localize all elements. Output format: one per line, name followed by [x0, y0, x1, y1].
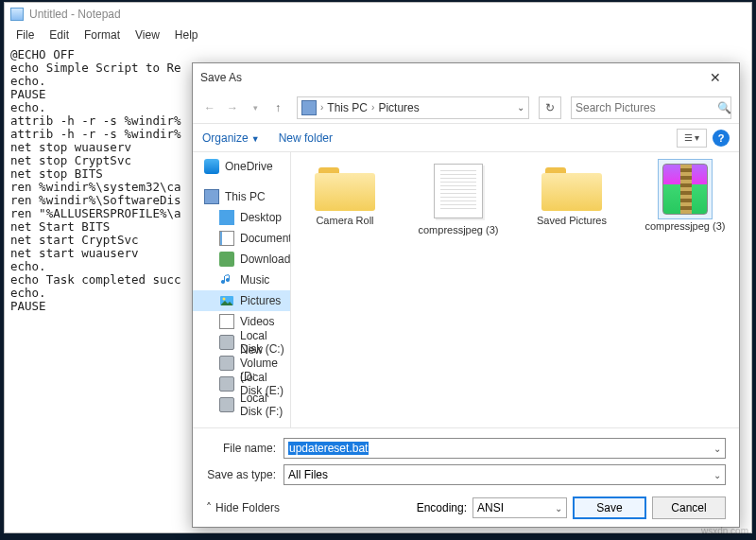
up-button[interactable]: ↑ — [268, 98, 287, 117]
menu-edit[interactable]: Edit — [42, 26, 77, 44]
menu-view[interactable]: View — [128, 26, 167, 44]
crumb-pictures[interactable]: Pictures — [378, 101, 419, 114]
breadcrumb[interactable]: › This PC › Pictures ⌄ — [297, 96, 529, 119]
saveastype-field[interactable]: All Files ⌄ — [284, 464, 726, 485]
tree-music[interactable]: Music — [193, 270, 290, 290]
newfolder-button[interactable]: New folder — [279, 131, 333, 145]
view-button[interactable]: ☰ ▾ — [677, 129, 707, 148]
tree-downloads[interactable]: Downloads — [193, 249, 290, 270]
notepad-title: Untitled - Notepad — [29, 8, 121, 21]
videos-icon — [219, 314, 234, 329]
notepad-icon — [10, 8, 24, 21]
hidefolders-button[interactable]: ˄ Hide Folders — [206, 501, 280, 514]
onedrive-icon — [204, 159, 219, 174]
pc-icon — [204, 189, 219, 204]
cancel-button[interactable]: Cancel — [652, 496, 726, 519]
menu-help[interactable]: Help — [167, 26, 206, 44]
search-input[interactable] — [576, 101, 717, 114]
file-pane[interactable]: Camera Roll compressjpeg (3) Saved Pictu… — [291, 152, 739, 427]
saveas-title: Save As — [200, 71, 242, 84]
saveastype-label: Save as type: — [206, 468, 284, 481]
bottom-panel: File name: updatereset.bat ⌄ Save as typ… — [193, 427, 739, 527]
help-button[interactable]: ? — [713, 130, 730, 147]
chevron-right-icon[interactable]: › — [371, 102, 374, 113]
search-icon: 🔍 — [717, 101, 731, 114]
folder-icon — [541, 164, 602, 209]
filename-value[interactable]: updatereset.bat — [288, 442, 369, 455]
rar-icon — [662, 164, 708, 215]
file-savedpictures[interactable]: Saved Pictures — [529, 164, 614, 226]
crumb-thispc[interactable]: This PC — [327, 101, 368, 114]
music-icon — [219, 272, 234, 287]
disk-icon — [219, 356, 234, 371]
folder-icon — [315, 164, 375, 209]
document-thumb-icon — [434, 164, 483, 218]
file-compressjpeg[interactable]: compressjpeg (3) — [416, 164, 501, 235]
recent-dropdown[interactable]: ▾ — [246, 98, 265, 117]
back-button[interactable]: ← — [200, 98, 219, 117]
encoding-select[interactable]: ANSI ⌄ — [472, 497, 567, 518]
chevron-right-icon[interactable]: › — [320, 102, 323, 113]
menu-format[interactable]: Format — [77, 26, 128, 44]
disk-icon — [219, 397, 234, 412]
desktop-icon — [219, 210, 234, 225]
forward-button[interactable]: → — [223, 98, 242, 117]
nav-tree: OneDrive This PC Desktop Documents Downl… — [193, 152, 291, 427]
saveas-dialog: Save As ✕ ← → ▾ ↑ › This PC › Pictures ⌄… — [192, 62, 740, 528]
file-compressjpeg-rar[interactable]: compressjpeg (3) — [643, 164, 728, 232]
search-box[interactable]: 🔍 — [571, 96, 731, 119]
toolbar: Organize▼ New folder ☰ ▾ ? — [193, 124, 739, 152]
filename-field[interactable]: updatereset.bat ⌄ — [284, 438, 726, 459]
chevron-down-icon[interactable]: ⌄ — [713, 470, 721, 480]
tree-onedrive[interactable]: OneDrive — [193, 156, 290, 177]
saveastype-value: All Files — [288, 468, 328, 481]
tree-pictures[interactable]: Pictures — [193, 290, 290, 311]
encoding-label: Encoding: — [417, 501, 467, 514]
filename-label: File name: — [206, 442, 284, 455]
tree-desktop[interactable]: Desktop — [193, 207, 290, 228]
breadcrumb-dropdown[interactable]: ⌄ — [517, 102, 524, 113]
tree-localf[interactable]: Local Disk (F:) — [193, 394, 290, 415]
close-button[interactable]: ✕ — [699, 67, 731, 88]
chevron-down-icon[interactable]: ⌄ — [713, 444, 721, 454]
nav-row: ← → ▾ ↑ › This PC › Pictures ⌄ ↻ 🔍 — [193, 92, 739, 124]
organize-button[interactable]: Organize▼ — [202, 131, 260, 145]
save-button[interactable]: Save — [573, 496, 646, 519]
svg-point-1 — [223, 298, 226, 301]
documents-icon — [219, 231, 234, 246]
downloads-icon — [219, 252, 234, 267]
notepad-titlebar[interactable]: Untitled - Notepad — [5, 3, 751, 26]
disk-icon — [219, 335, 234, 350]
menu-file[interactable]: File — [9, 26, 42, 44]
pc-icon — [301, 100, 317, 115]
file-cameraroll[interactable]: Camera Roll — [302, 164, 387, 226]
watermark: wsxdn.com — [701, 526, 748, 536]
disk-icon — [219, 376, 234, 392]
notepad-menubar: File Edit Format View Help — [5, 26, 751, 44]
saveas-titlebar[interactable]: Save As ✕ — [193, 63, 739, 92]
chevron-up-icon: ˄ — [206, 501, 212, 514]
tree-thispc[interactable]: This PC — [193, 186, 290, 207]
encoding-value: ANSI — [477, 501, 504, 514]
pictures-icon — [219, 293, 234, 308]
chevron-down-icon[interactable]: ⌄ — [555, 503, 562, 514]
tree-documents[interactable]: Documents — [193, 228, 290, 249]
refresh-button[interactable]: ↻ — [539, 96, 561, 119]
